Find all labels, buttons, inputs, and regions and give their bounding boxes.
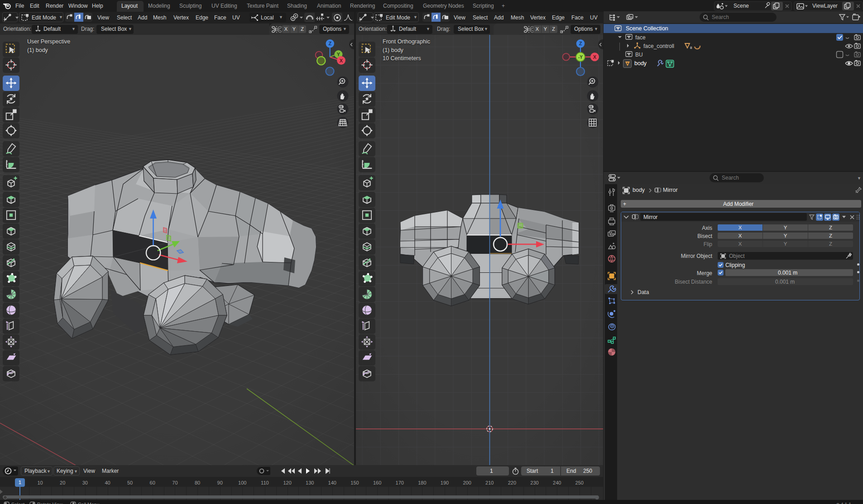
svg-text:Rotate View: Rotate View <box>37 502 63 504</box>
svg-text:X: X <box>593 54 597 60</box>
svg-text:X: X <box>340 58 343 63</box>
svg-text:Y: Y <box>337 52 340 57</box>
svg-text:8: 8 <box>690 46 692 50</box>
svg-text:-Y: -Y <box>578 55 583 60</box>
svg-text:Z: Z <box>579 41 582 46</box>
svg-text:Call Menu: Call Menu <box>78 502 99 504</box>
svg-text:Z: Z <box>328 41 331 46</box>
svg-text:Select: Select <box>11 502 24 504</box>
